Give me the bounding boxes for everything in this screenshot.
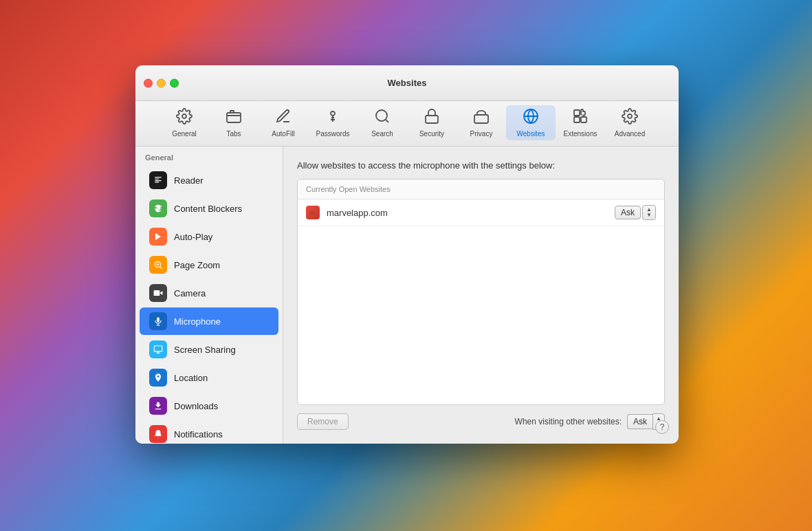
sidebar-item-label-camera: Camera [174, 288, 206, 299]
sidebar-item-label-microphone: Microphone [174, 316, 221, 327]
advanced-icon [622, 108, 638, 127]
sidebar-section-general: General [135, 147, 283, 166]
help-button[interactable]: ? [655, 420, 669, 434]
svg-point-12 [628, 114, 632, 118]
toolbar-item-autofill[interactable]: AutoFill [259, 105, 308, 140]
toolbar-label-security: Security [419, 130, 444, 138]
toolbar-item-extensions[interactable]: Extensions [556, 105, 605, 140]
svg-point-2 [331, 111, 335, 116]
window-title: Websites [388, 78, 427, 88]
sidebar-item-label-page-zoom: Page Zoom [174, 260, 220, 270]
sidebar-item-page-zoom[interactable]: Page Zoom [140, 251, 278, 279]
sidebar-item-auto-play[interactable]: Auto-Play [140, 223, 278, 250]
sidebar-item-screen-sharing[interactable]: Screen Sharing [140, 336, 278, 363]
toolbar-item-search[interactable]: Search [358, 105, 407, 140]
sidebar-item-label-screen-sharing: Screen Sharing [174, 345, 236, 355]
toolbar-label-passwords: Passwords [316, 130, 350, 138]
pagezoom-icon [149, 256, 167, 274]
website-row[interactable]: m marvelapp.com Ask ▲▼ [298, 199, 664, 226]
preferences-window: Websites General Tabs [135, 65, 679, 444]
svg-rect-18 [154, 290, 160, 296]
sidebar-item-downloads[interactable]: Downloads [140, 392, 278, 420]
sidebar-item-label-auto-play: Auto-Play [174, 232, 212, 242]
sidebar-item-label-location: Location [174, 373, 208, 383]
website-ask-select[interactable]: Ask ▲▼ [615, 205, 656, 220]
svg-line-4 [386, 120, 388, 122]
downloads-icon [149, 397, 167, 415]
close-button[interactable] [144, 78, 153, 87]
toolbar-item-passwords[interactable]: Passwords [308, 105, 358, 140]
sidebar-item-label-reader: Reader [174, 175, 204, 186]
sidebar: General Reader Content Blockers [135, 147, 283, 444]
sidebar-item-reader[interactable]: Reader [140, 166, 278, 194]
svg-rect-22 [154, 346, 162, 351]
reader-icon [149, 171, 167, 189]
svg-point-0 [182, 114, 186, 118]
svg-rect-10 [581, 117, 586, 122]
svg-text:m: m [309, 209, 315, 216]
autoplay-icon [149, 228, 167, 246]
svg-rect-5 [426, 116, 438, 123]
toolbar-item-security[interactable]: Security [407, 105, 457, 140]
main-description: Allow websites to access the microphone … [297, 160, 665, 171]
websites-icon [523, 108, 539, 127]
traffic-lights [144, 78, 179, 87]
remove-button[interactable]: Remove [297, 413, 349, 430]
notifications-icon [149, 425, 167, 443]
toolbar-label-search: Search [371, 130, 393, 138]
when-visiting-section: When visiting other websites: Ask ▲▼ [515, 413, 665, 430]
websites-box-header: Currently Open Websites [298, 180, 664, 199]
website-ask-arrows[interactable]: ▲▼ [642, 205, 656, 220]
toolbar-item-general[interactable]: General [160, 105, 209, 140]
website-name: marvelapp.com [327, 208, 608, 218]
toolbar-label-tabs: Tabs [226, 130, 241, 138]
toolbar-item-privacy[interactable]: Privacy [457, 105, 506, 140]
bottom-bar: Remove When visiting other websites: Ask… [297, 413, 665, 430]
website-favicon: m [306, 206, 320, 219]
toolbar-label-advanced: Advanced [615, 130, 645, 138]
toolbar-label-general: General [172, 130, 197, 138]
sidebar-item-label-downloads: Downloads [174, 401, 218, 411]
sidebar-item-microphone[interactable]: Microphone [140, 307, 278, 335]
location-icon [149, 369, 167, 387]
svg-rect-6 [474, 115, 488, 123]
websites-box: Currently Open Websites m marvelapp.com … [297, 179, 665, 405]
svg-point-3 [376, 110, 387, 121]
svg-rect-9 [574, 110, 580, 116]
toolbar-item-advanced[interactable]: Advanced [605, 105, 655, 140]
toolbar-label-autofill: AutoFill [272, 130, 294, 138]
screensharing-icon [149, 340, 167, 358]
when-visiting-value[interactable]: Ask [627, 414, 652, 429]
svg-line-15 [160, 266, 162, 269]
main-panel: Allow websites to access the microphone … [283, 147, 679, 444]
svg-rect-1 [227, 113, 241, 122]
sidebar-item-label-notifications: Notifications [174, 429, 223, 440]
sidebar-item-location[interactable]: Location [140, 364, 278, 391]
content-blockers-icon [149, 199, 167, 217]
toolbar: General Tabs AutoFill [135, 101, 679, 147]
svg-rect-11 [574, 117, 580, 122]
microphone-icon [149, 312, 167, 330]
website-ask-value[interactable]: Ask [615, 206, 641, 219]
svg-marker-13 [155, 233, 161, 241]
content-area: General Reader Content Blockers [135, 147, 679, 444]
autofill-icon [275, 108, 292, 127]
toolbar-label-websites: Websites [517, 130, 545, 138]
sidebar-item-content-blockers[interactable]: Content Blockers [140, 195, 278, 222]
sidebar-item-notifications[interactable]: Notifications [140, 420, 278, 444]
toolbar-item-tabs[interactable]: Tabs [209, 105, 259, 140]
security-icon [424, 108, 440, 127]
sidebar-item-camera[interactable]: Camera [140, 279, 278, 307]
extensions-icon [572, 108, 589, 127]
toolbar-label-privacy: Privacy [470, 130, 493, 138]
search-icon [374, 108, 391, 127]
maximize-button[interactable] [170, 78, 179, 87]
titlebar: Websites [135, 65, 679, 101]
tabs-icon [226, 108, 242, 127]
svg-rect-19 [157, 317, 160, 322]
minimize-button[interactable] [157, 78, 166, 87]
toolbar-label-extensions: Extensions [564, 130, 597, 138]
toolbar-item-websites[interactable]: Websites [506, 105, 556, 140]
when-visiting-label: When visiting other websites: [515, 417, 622, 426]
passwords-icon [325, 108, 341, 127]
